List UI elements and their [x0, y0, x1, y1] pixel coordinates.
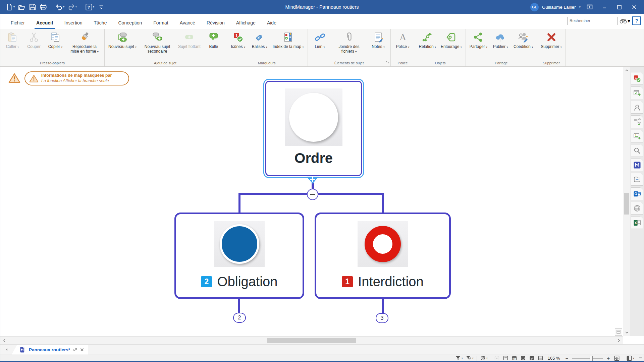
map-parts-pane-icon[interactable]: [631, 115, 643, 128]
timeline-view-icon[interactable]: [520, 355, 526, 361]
dropdown-caret-icon[interactable]: ▾: [13, 6, 15, 8]
outlook-pane-icon[interactable]: O: [631, 187, 643, 200]
zoom-in-button[interactable]: +: [606, 356, 611, 361]
horizontal-scroll-thumb[interactable]: [267, 338, 356, 343]
outline-view-icon[interactable]: [503, 355, 508, 361]
ribbon-button-bulle[interactable]: Bulle: [203, 29, 224, 49]
snap-pane-icon[interactable]: [631, 159, 643, 171]
tab-revision[interactable]: Révision: [201, 20, 230, 29]
minimize-button[interactable]: [599, 2, 610, 12]
collapsed-count-badge[interactable]: 2: [233, 313, 246, 323]
ribbon-button-balises[interactable]: Balises ▾: [249, 29, 270, 49]
tab-close-icon[interactable]: [80, 347, 84, 353]
user-menu-caret-icon[interactable]: ▾: [579, 5, 581, 9]
undo-icon[interactable]: ▾: [54, 2, 66, 12]
ribbon-display-options-icon[interactable]: [584, 2, 595, 12]
whiteboard-view-icon[interactable]: [529, 355, 535, 361]
resources-pane-icon[interactable]: [631, 101, 643, 114]
zoom-out-button[interactable]: −: [565, 356, 569, 361]
ribbon-button-joindre-des-fichiers[interactable]: Joindre des fichiers ▾: [331, 29, 368, 54]
ribbon-button-relation[interactable]: Relation ▾: [417, 29, 438, 49]
view-layout-icon[interactable]: ▾: [626, 355, 634, 361]
tab-insertion[interactable]: Insertion: [59, 20, 88, 29]
maximize-button[interactable]: [613, 2, 625, 12]
dropdown-caret-icon[interactable]: ▾: [63, 6, 64, 8]
avatar[interactable]: GL: [530, 3, 539, 11]
collapse-branch-toggle[interactable]: [307, 189, 318, 200]
print-icon[interactable]: [38, 2, 48, 12]
zoom-slider-thumb[interactable]: [590, 356, 593, 361]
ribbon-button-publier[interactable]: Publier ▾: [490, 29, 511, 49]
vertical-scroll-thumb[interactable]: [624, 193, 629, 215]
open-icon[interactable]: [17, 2, 27, 12]
map-overview-button[interactable]: [615, 328, 622, 336]
ribbon-button-couper[interactable]: Couper: [23, 29, 45, 49]
tab-avance[interactable]: Avancé: [174, 20, 201, 29]
dialog-launcher-icon[interactable]: [386, 59, 389, 65]
tab-scroll-left-icon[interactable]: [5, 347, 8, 353]
search-box[interactable]: ▾: [567, 17, 618, 25]
ribbon-button-coller[interactable]: Coller ▾: [2, 29, 23, 49]
ribbon-button-reproduire-la-mise-en-forme[interactable]: Reproduire la mise en forme ▾: [66, 29, 103, 54]
ribbon-button-nouveau-sujet[interactable]: Nouveau sujet ▾: [106, 29, 139, 49]
binoculars-caret-icon[interactable]: ▾: [628, 18, 630, 24]
tab-accueil[interactable]: Accueil: [31, 20, 59, 29]
tab-detach-icon[interactable]: [73, 347, 77, 353]
ribbon-button-copier[interactable]: Copier ▾: [45, 29, 66, 49]
close-button[interactable]: [628, 2, 640, 12]
ribbon-button-entourage[interactable]: Entourage ▾: [438, 29, 464, 49]
files-pane-icon[interactable]: [631, 173, 643, 186]
map-canvas[interactable]: Informations de map masquées par La fonc…: [0, 67, 623, 336]
map-warning-banner[interactable]: Informations de map masquées par La fonc…: [24, 71, 129, 85]
dropdown-caret-icon[interactable]: ▾: [75, 6, 77, 8]
dropdown-caret-icon[interactable]: ▾: [633, 357, 634, 360]
topic-obligation[interactable]: 2 Obligation: [174, 213, 304, 299]
fit-map-icon[interactable]: [614, 355, 620, 361]
ribbon-button-coedition[interactable]: Coédition ▾: [511, 29, 535, 49]
ribbon-button-icones[interactable]: 1Icônes ▾: [227, 29, 249, 49]
tab-tache[interactable]: Tâche: [88, 20, 113, 29]
browser-pane-icon[interactable]: [631, 202, 643, 215]
collapsed-count-badge[interactable]: 3: [376, 313, 388, 323]
resize-grip[interactable]: [639, 357, 642, 359]
customize-quick-access-icon[interactable]: [96, 2, 106, 12]
ribbon-button-lien[interactable]: Lien ▾: [309, 29, 331, 49]
help-icon[interactable]: ?▾: [84, 2, 96, 12]
ribbon-button-sujet-flottant[interactable]: Sujet flottant: [176, 29, 203, 49]
vertical-scrollbar[interactable]: [623, 67, 630, 336]
icon-markers-pane-icon[interactable]: 1: [631, 72, 643, 85]
ribbon-button-notes[interactable]: Notes ▾: [368, 29, 389, 49]
refresh-icon[interactable]: ▾: [480, 355, 488, 361]
priority-badge[interactable]: 1: [342, 276, 353, 287]
ribbon-button-partager[interactable]: Partager ▾: [467, 29, 490, 49]
scroll-up-icon[interactable]: [623, 67, 630, 74]
excel-pane-icon[interactable]: X: [631, 216, 643, 229]
tab-affichage[interactable]: Affichage: [230, 20, 261, 29]
ribbon-button-police[interactable]: APolice ▾: [392, 29, 414, 49]
user-name[interactable]: Guillaume Lailler: [542, 5, 576, 10]
task-info-pane-icon[interactable]: [631, 86, 643, 99]
ribbon-button-index-de-la-map[interactable]: Index de la map ▾: [270, 29, 306, 49]
binoculars-icon[interactable]: ▾: [620, 18, 630, 24]
dropdown-caret-icon[interactable]: ▾: [462, 357, 463, 360]
filter-icon[interactable]: ▾: [455, 355, 463, 361]
search-pane-icon[interactable]: [631, 144, 643, 157]
center-map-icon[interactable]: [494, 355, 500, 361]
ribbon-button-nouveau-sujet-secondaire[interactable]: Nouveau sujet secondaire: [139, 29, 176, 54]
save-icon[interactable]: [28, 2, 38, 12]
topic-ordre[interactable]: Ordre: [265, 81, 362, 176]
ribbon-button-supprimer[interactable]: Supprimer ▾: [538, 29, 564, 49]
priority-badge[interactable]: 2: [201, 276, 212, 287]
search-input[interactable]: [568, 18, 624, 23]
dropdown-caret-icon[interactable]: ▾: [472, 357, 474, 360]
new-document-icon[interactable]: ▾: [4, 2, 16, 12]
power-filter-icon[interactable]: ▾: [466, 355, 474, 361]
dropdown-caret-icon[interactable]: ▾: [486, 357, 488, 360]
slides-view-icon[interactable]: [538, 355, 543, 361]
zoom-slider[interactable]: [572, 356, 603, 361]
add-subtopic-handle[interactable]: [307, 177, 319, 184]
tab-format[interactable]: Format: [148, 20, 174, 29]
document-tab[interactable]: Panneaux routiers*: [12, 345, 88, 355]
topic-interdiction[interactable]: 1 Interdiction: [315, 213, 451, 299]
redo-icon[interactable]: ▾: [66, 2, 78, 12]
